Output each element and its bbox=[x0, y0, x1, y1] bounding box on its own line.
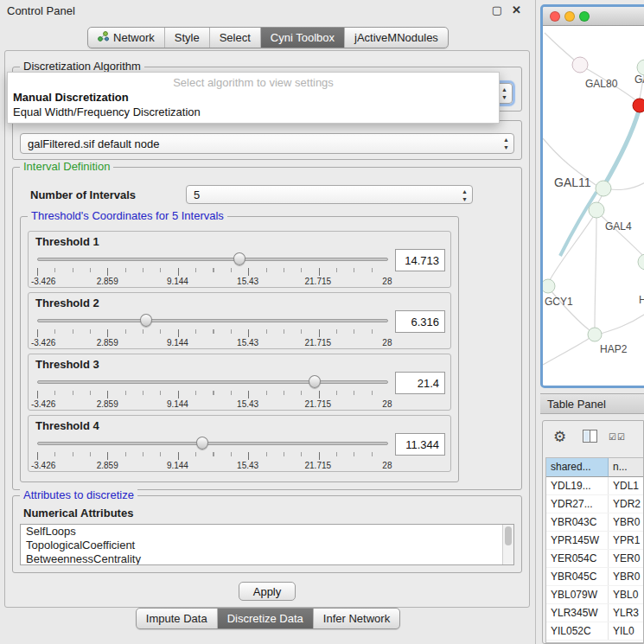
threshold-1-value-field[interactable]: 14.713 bbox=[395, 249, 445, 271]
zoom-traffic-light-icon[interactable] bbox=[579, 11, 590, 22]
table-row[interactable]: YER054C YER0 bbox=[546, 550, 643, 568]
scale-label: 15.43 bbox=[237, 399, 258, 409]
column-header-name[interactable]: n... bbox=[609, 458, 643, 477]
control-panel-title: Control Panel bbox=[7, 4, 75, 17]
slider-thumb[interactable] bbox=[140, 314, 152, 327]
tab-select[interactable]: Select bbox=[209, 28, 260, 48]
cell[interactable]: YLR345W bbox=[546, 604, 609, 622]
table-row[interactable]: YDL19... YDL1 bbox=[546, 477, 643, 495]
minimize-traffic-light-icon[interactable] bbox=[564, 11, 575, 22]
network-canvas[interactable]: GAL80 GA GAL11 GAL4 GCY1 H HAP2 bbox=[543, 26, 644, 388]
column-header-shared-name[interactable]: shared... bbox=[546, 458, 609, 477]
scrollbar-thumb[interactable] bbox=[505, 526, 512, 545]
threshold-4-value-field[interactable]: 11.344 bbox=[395, 433, 445, 456]
number-of-intervals-combobox[interactable]: 5 ▲ ▼ bbox=[186, 185, 473, 204]
cell[interactable]: YBR043C bbox=[546, 513, 609, 531]
tab-network[interactable]: Network bbox=[88, 28, 164, 48]
threshold-4-slider[interactable] bbox=[37, 437, 388, 450]
cell[interactable]: YER054C bbox=[546, 550, 609, 567]
tab-discretize-data[interactable]: Discretize Data bbox=[217, 609, 313, 628]
table-row[interactable]: YIL052C YIL0 bbox=[546, 622, 643, 641]
table-data-combobox[interactable]: galFiltered.sif default node ▲ ▼ bbox=[20, 133, 514, 154]
list-item[interactable]: SelfLoops bbox=[21, 525, 513, 539]
slider-thumb[interactable] bbox=[196, 437, 208, 450]
cell[interactable]: YBR0 bbox=[609, 513, 643, 531]
list-item[interactable]: TopologicalCoefficient bbox=[21, 539, 513, 552]
table-row[interactable]: YLR345W YLR3 bbox=[546, 604, 643, 622]
node-gal80[interactable] bbox=[572, 57, 588, 73]
attributes-list-scrollbar[interactable] bbox=[502, 525, 513, 564]
cell[interactable]: YDL19... bbox=[546, 477, 609, 494]
cell[interactable]: YBL079W bbox=[546, 586, 609, 603]
attributes-list[interactable]: SelfLoops TopologicalCoefficient Between… bbox=[20, 524, 514, 565]
node-gal4[interactable] bbox=[589, 202, 604, 218]
select-columns-checkboxes[interactable]: ☑☑ bbox=[609, 432, 626, 442]
cell[interactable]: YIL0 bbox=[609, 622, 643, 640]
cell[interactable]: YLR3 bbox=[609, 604, 643, 622]
cell[interactable]: YIL052C bbox=[546, 622, 609, 640]
slider-thumb[interactable] bbox=[309, 375, 321, 388]
slider-track[interactable] bbox=[37, 442, 388, 445]
checkbox-icon[interactable]: ☑ bbox=[609, 432, 617, 442]
tab-cyni-toolbox[interactable]: Cyni Toolbox bbox=[260, 28, 344, 48]
slider-track[interactable] bbox=[37, 258, 388, 261]
threshold-1-slider[interactable] bbox=[37, 252, 388, 266]
table-panel: ⚙ ☑☑ shared... n... YDL19... YDL1 YDR27.… bbox=[542, 420, 644, 644]
cell[interactable]: YPR1 bbox=[609, 532, 643, 549]
gear-icon[interactable]: ⚙ bbox=[553, 428, 566, 446]
cell[interactable]: YPR145W bbox=[546, 532, 609, 549]
dropdown-option-equal-width-frequency[interactable]: Equal Width/Frequency Discretization bbox=[8, 105, 499, 119]
tab-style[interactable]: Style bbox=[164, 28, 209, 48]
node-table[interactable]: shared... n... YDL19... YDL1 YDR27... YD… bbox=[545, 457, 643, 643]
threshold-2-slider[interactable] bbox=[37, 314, 388, 328]
columns-icon[interactable] bbox=[583, 430, 597, 445]
table-row[interactable]: YBL079W YBL0 bbox=[546, 586, 643, 604]
table-panel-header: Table Panel bbox=[540, 393, 644, 414]
node-right[interactable] bbox=[638, 254, 644, 270]
slider-track[interactable] bbox=[37, 319, 388, 322]
table-row[interactable]: YPR145W YPR1 bbox=[546, 532, 643, 550]
dropdown-option-manual-discretization[interactable]: Manual Discretization bbox=[8, 90, 499, 105]
cell[interactable]: YDR27... bbox=[546, 495, 609, 513]
cell[interactable]: YBR045C bbox=[546, 568, 609, 585]
dropdown-placeholder-option[interactable]: Select algorithm to view settings bbox=[8, 74, 499, 90]
cell[interactable]: YBR0 bbox=[609, 568, 643, 585]
network-view-window[interactable]: GAL80 GA GAL11 GAL4 GCY1 H HAP2 bbox=[540, 4, 644, 388]
cell[interactable]: YDL1 bbox=[609, 477, 643, 494]
table-row[interactable]: YBR045C YBR0 bbox=[546, 568, 643, 586]
threshold-3-slider[interactable] bbox=[37, 375, 388, 389]
cell[interactable]: YBL0 bbox=[609, 586, 643, 603]
cell[interactable]: YDR2 bbox=[609, 495, 643, 513]
number-of-intervals-label: Number of Intervals bbox=[30, 188, 136, 201]
tab-jactivemnodules[interactable]: jActiveMNodules bbox=[344, 28, 448, 48]
combo-down-arrow-icon: ▼ bbox=[462, 195, 468, 203]
table-row[interactable]: YDR27... YDR2 bbox=[546, 495, 643, 513]
close-traffic-light-icon[interactable] bbox=[550, 11, 560, 22]
tab-style-label: Style bbox=[175, 31, 200, 44]
close-window-icon[interactable]: ✕ bbox=[512, 3, 521, 16]
float-window-icon[interactable]: ▢ bbox=[492, 3, 502, 16]
apply-button[interactable]: Apply bbox=[239, 582, 296, 601]
threshold-3-value-field[interactable]: 21.4 bbox=[395, 372, 445, 394]
list-item[interactable]: BetweennessCentrality bbox=[21, 552, 513, 565]
cell[interactable]: YER0 bbox=[609, 550, 643, 567]
checkbox-icon[interactable]: ☑ bbox=[617, 432, 626, 442]
combo-up-arrow-icon: ▲ bbox=[501, 86, 507, 93]
threshold-2-value-field[interactable]: 6.316 bbox=[395, 310, 445, 333]
slider-track[interactable] bbox=[37, 380, 388, 384]
tab-impute-data[interactable]: Impute Data bbox=[137, 609, 217, 628]
threshold-1-block: Threshold 1 -3.426 2.859 9.144 15.43 21.… bbox=[28, 231, 451, 288]
node-selected-red[interactable] bbox=[633, 99, 644, 112]
node-gcy1[interactable] bbox=[543, 279, 555, 293]
table-row[interactable]: YBR043C YBR0 bbox=[546, 513, 643, 532]
threshold-4-label: Threshold 4 bbox=[35, 419, 99, 432]
node-label: GCY1 bbox=[545, 296, 573, 308]
scale-label: 21.715 bbox=[305, 338, 332, 348]
scale-label: -3.426 bbox=[31, 461, 55, 470]
tab-infer-network[interactable]: Infer Network bbox=[313, 609, 399, 628]
node-gal11[interactable] bbox=[596, 181, 611, 196]
slider-thumb[interactable] bbox=[233, 252, 245, 265]
thresholds-group-label: Threshold's Coordinates for 5 Intervals bbox=[28, 209, 227, 222]
node-hap2[interactable] bbox=[588, 328, 602, 341]
scale-label: 28 bbox=[382, 461, 392, 470]
